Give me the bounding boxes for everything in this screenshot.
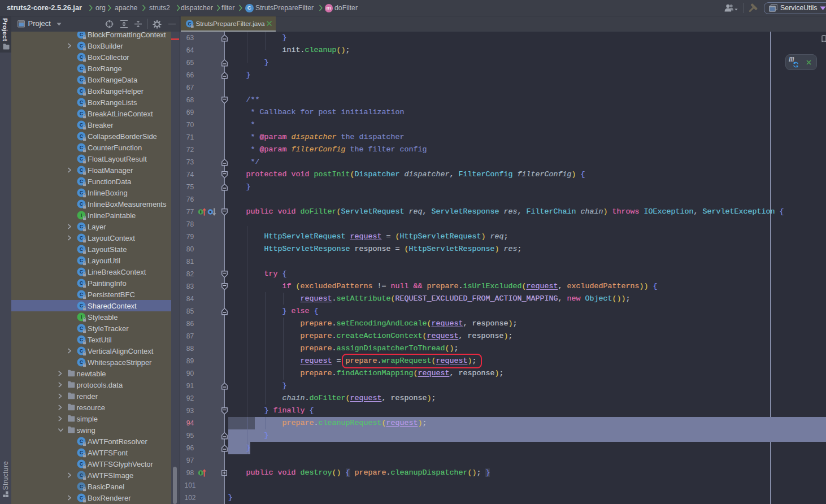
svg-text:C: C xyxy=(80,439,84,445)
svg-text:C: C xyxy=(80,111,84,117)
svg-text:C: C xyxy=(80,281,84,286)
svg-text:C: C xyxy=(80,462,84,467)
svg-text:C: C xyxy=(80,32,84,38)
svg-text:C: C xyxy=(80,270,84,275)
svg-text:C: C xyxy=(80,484,84,490)
svg-text:C: C xyxy=(80,55,84,60)
svg-text:C: C xyxy=(80,326,84,332)
svg-text:C: C xyxy=(80,44,84,49)
svg-text:C: C xyxy=(80,473,84,479)
svg-text:C: C xyxy=(80,337,84,343)
svg-text:C: C xyxy=(80,190,84,196)
svg-text:C: C xyxy=(80,247,84,253)
svg-text:I: I xyxy=(81,315,82,320)
svg-text:C: C xyxy=(80,134,84,140)
svg-text:C: C xyxy=(80,360,84,366)
svg-text:C: C xyxy=(80,145,84,151)
svg-text:C: C xyxy=(80,236,84,241)
svg-text:C: C xyxy=(80,157,84,162)
svg-text:C: C xyxy=(80,168,84,173)
svg-text:C: C xyxy=(80,349,84,354)
svg-text:C: C xyxy=(80,100,84,106)
svg-text:C: C xyxy=(80,258,84,264)
svg-text:C: C xyxy=(80,179,84,185)
svg-text:C: C xyxy=(80,77,84,83)
svg-text:I: I xyxy=(81,213,82,219)
svg-text:C: C xyxy=(188,21,191,27)
svg-text:C: C xyxy=(80,202,84,207)
svg-text:C: C xyxy=(80,303,84,309)
svg-text:C: C xyxy=(80,496,84,501)
svg-text:C: C xyxy=(80,224,84,230)
svg-text:C: C xyxy=(80,123,84,128)
svg-text:C: C xyxy=(80,292,84,298)
svg-text:C: C xyxy=(80,89,84,94)
svg-text:C: C xyxy=(80,450,84,456)
svg-text:C: C xyxy=(80,66,84,72)
